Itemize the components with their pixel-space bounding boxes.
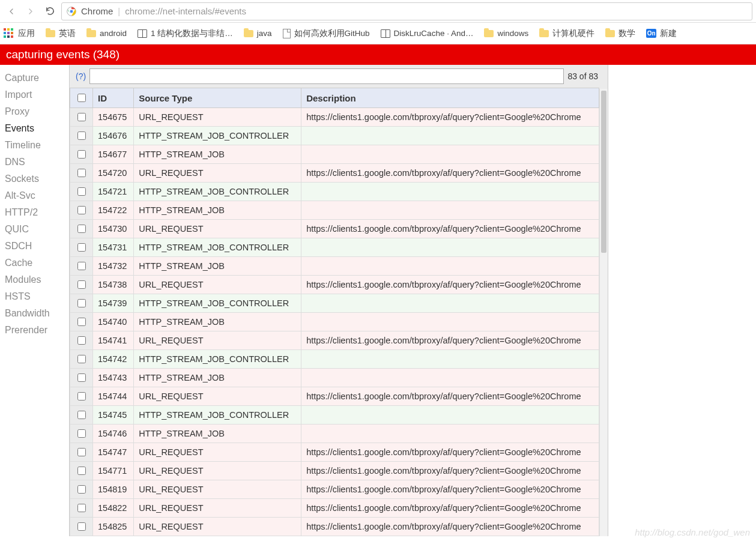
row-checkbox[interactable] xyxy=(77,392,86,400)
bookmark-item[interactable]: 1 结构化数据与非结… xyxy=(138,28,233,39)
sidebar-item-sockets[interactable]: Sockets xyxy=(5,171,69,187)
address-bar[interactable]: Chrome | chrome://net-internals/#events xyxy=(61,2,752,20)
select-all-cell[interactable] xyxy=(70,88,93,108)
row-checkbox[interactable] xyxy=(77,280,86,289)
col-desc[interactable]: Description xyxy=(301,88,599,108)
sidebar-item-alt-svc[interactable]: Alt-Svc xyxy=(5,187,69,204)
bookmark-item[interactable]: 应用 xyxy=(4,28,35,39)
table-row[interactable]: 154722HTTP_STREAM_JOB xyxy=(70,201,599,220)
table-row[interactable]: 154744URL_REQUESThttps://clients1.google… xyxy=(70,387,599,406)
bookmark-item[interactable]: DiskLruCache · And… xyxy=(381,29,474,38)
table-row[interactable]: 154730URL_REQUESThttps://clients1.google… xyxy=(70,220,599,238)
table-row[interactable]: 154720URL_REQUESThttps://clients1.google… xyxy=(70,164,599,183)
row-checkbox[interactable] xyxy=(77,243,86,252)
row-select-cell[interactable] xyxy=(70,331,93,350)
row-select-cell[interactable] xyxy=(70,425,93,443)
bookmark-item[interactable]: 数学 xyxy=(605,28,635,39)
row-select-cell[interactable] xyxy=(70,387,93,406)
row-select-cell[interactable] xyxy=(70,238,93,257)
row-select-cell[interactable] xyxy=(70,183,93,201)
row-checkbox[interactable] xyxy=(77,262,86,270)
row-checkbox[interactable] xyxy=(77,522,86,531)
row-checkbox[interactable] xyxy=(77,299,86,307)
row-checkbox[interactable] xyxy=(77,373,86,382)
row-select-cell[interactable] xyxy=(70,108,93,127)
sidebar-item-cache[interactable]: Cache xyxy=(5,255,69,271)
row-checkbox[interactable] xyxy=(77,225,86,233)
filter-help-link[interactable]: (?) xyxy=(76,71,86,81)
sidebar-item-events[interactable]: Events xyxy=(5,120,69,137)
table-row[interactable]: 154743HTTP_STREAM_JOB xyxy=(70,369,599,387)
sidebar-item-quic[interactable]: QUIC xyxy=(5,221,69,238)
row-select-cell[interactable] xyxy=(70,462,93,480)
bookmark-item[interactable]: On新建 xyxy=(646,28,677,39)
table-row[interactable]: 154825URL_REQUESThttps://clients1.google… xyxy=(70,518,599,536)
col-source[interactable]: Source Type xyxy=(134,88,301,108)
sidebar-item-http-2[interactable]: HTTP/2 xyxy=(5,204,69,221)
row-select-cell[interactable] xyxy=(70,201,93,220)
select-all-checkbox[interactable] xyxy=(77,94,86,102)
table-row[interactable]: 154731HTTP_STREAM_JOB_CONTROLLER xyxy=(70,238,599,257)
bookmark-item[interactable]: windows xyxy=(484,29,528,38)
table-row[interactable]: 154732HTTP_STREAM_JOB xyxy=(70,257,599,276)
row-checkbox[interactable] xyxy=(77,411,86,419)
row-select-cell[interactable] xyxy=(70,518,93,536)
row-checkbox[interactable] xyxy=(77,131,86,140)
table-row[interactable]: 154739HTTP_STREAM_JOB_CONTROLLER xyxy=(70,294,599,313)
row-checkbox[interactable] xyxy=(77,187,86,196)
row-select-cell[interactable] xyxy=(70,127,93,145)
row-checkbox[interactable] xyxy=(77,504,86,512)
vertical-scrollbar[interactable] xyxy=(599,89,608,536)
table-row[interactable]: 154819URL_REQUESThttps://clients1.google… xyxy=(70,480,599,499)
table-row[interactable]: 154721HTTP_STREAM_JOB_CONTROLLER xyxy=(70,183,599,201)
sidebar-item-bandwidth[interactable]: Bandwidth xyxy=(5,305,69,322)
bookmark-item[interactable]: 计算机硬件 xyxy=(539,28,594,39)
row-checkbox[interactable] xyxy=(77,150,86,159)
row-select-cell[interactable] xyxy=(70,294,93,313)
sidebar-item-sdch[interactable]: SDCH xyxy=(5,238,69,255)
row-select-cell[interactable] xyxy=(70,350,93,369)
row-checkbox[interactable] xyxy=(77,336,86,345)
table-row[interactable]: 154822URL_REQUESThttps://clients1.google… xyxy=(70,499,599,518)
col-id[interactable]: ID xyxy=(93,88,134,108)
bookmark-item[interactable]: 英语 xyxy=(46,28,76,39)
reload-button[interactable] xyxy=(42,4,58,19)
filter-input[interactable] xyxy=(89,68,564,84)
row-select-cell[interactable] xyxy=(70,480,93,499)
table-row[interactable]: 154745HTTP_STREAM_JOB_CONTROLLER xyxy=(70,406,599,425)
forward-button[interactable] xyxy=(23,4,38,19)
row-checkbox[interactable] xyxy=(77,355,86,363)
sidebar-item-modules[interactable]: Modules xyxy=(5,271,69,288)
table-row[interactable]: 154740HTTP_STREAM_JOB xyxy=(70,313,599,331)
table-row[interactable]: 154738URL_REQUESThttps://clients1.google… xyxy=(70,276,599,294)
sidebar-item-dns[interactable]: DNS xyxy=(5,154,69,171)
row-select-cell[interactable] xyxy=(70,145,93,164)
row-select-cell[interactable] xyxy=(70,443,93,462)
sidebar-item-proxy[interactable]: Proxy xyxy=(5,103,69,120)
sidebar-item-hsts[interactable]: HSTS xyxy=(5,288,69,305)
table-row[interactable]: 154741URL_REQUESThttps://clients1.google… xyxy=(70,331,599,350)
bookmark-item[interactable]: java xyxy=(244,29,272,38)
bookmark-item[interactable]: android xyxy=(86,29,127,38)
sidebar-item-prerender[interactable]: Prerender xyxy=(5,322,69,339)
row-select-cell[interactable] xyxy=(70,220,93,238)
row-select-cell[interactable] xyxy=(70,164,93,183)
row-checkbox[interactable] xyxy=(77,448,86,456)
row-checkbox[interactable] xyxy=(77,429,86,438)
row-checkbox[interactable] xyxy=(77,318,86,326)
row-checkbox[interactable] xyxy=(77,485,86,494)
row-select-cell[interactable] xyxy=(70,276,93,294)
row-select-cell[interactable] xyxy=(70,313,93,331)
table-row[interactable]: 154771URL_REQUESThttps://clients1.google… xyxy=(70,462,599,480)
row-select-cell[interactable] xyxy=(70,369,93,387)
row-select-cell[interactable] xyxy=(70,406,93,425)
scrollbar-thumb[interactable] xyxy=(601,91,606,253)
table-row[interactable]: 154746HTTP_STREAM_JOB xyxy=(70,425,599,443)
sidebar-item-timeline[interactable]: Timeline xyxy=(5,137,69,154)
table-row[interactable]: 154675URL_REQUESThttps://clients1.google… xyxy=(70,108,599,127)
row-checkbox[interactable] xyxy=(77,169,86,177)
sidebar-item-import[interactable]: Import xyxy=(5,86,69,103)
back-button[interactable] xyxy=(4,4,19,19)
row-select-cell[interactable] xyxy=(70,499,93,518)
table-row[interactable]: 154676HTTP_STREAM_JOB_CONTROLLER xyxy=(70,127,599,145)
